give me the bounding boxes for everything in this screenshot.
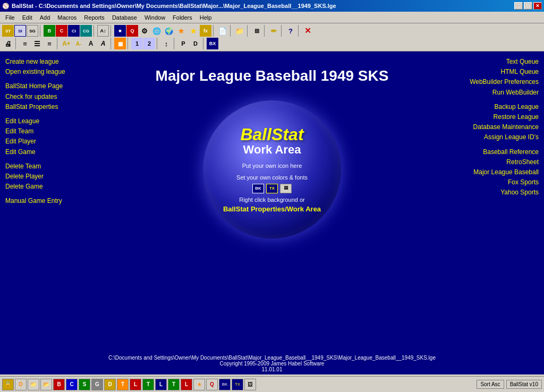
- status-icon-t3[interactable]: T: [168, 379, 180, 390]
- backup-league[interactable]: Backup League: [470, 102, 539, 112]
- html-queue[interactable]: HTML Queue: [470, 67, 539, 77]
- tb-star-yellow[interactable]: ★: [188, 25, 199, 37]
- delete-player[interactable]: Delete Player: [5, 172, 65, 182]
- tb-az[interactable]: A↕: [97, 25, 109, 37]
- status-icon-d[interactable]: D: [104, 379, 116, 390]
- tb-doc[interactable]: 📄: [217, 25, 228, 37]
- status-icon-b[interactable]: B: [53, 379, 65, 390]
- tb-table[interactable]: ▦: [114, 38, 126, 49]
- ballstat-props-link[interactable]: BallStat Properties/Work Area: [223, 205, 321, 213]
- tb-web[interactable]: 🌐: [151, 25, 163, 37]
- tb-st[interactable]: ST: [2, 25, 14, 37]
- status-icon-l1[interactable]: L: [130, 379, 141, 390]
- tb-blue-sq[interactable]: ■: [114, 25, 126, 37]
- check-for-updates[interactable]: Check for updates: [5, 92, 65, 102]
- ballstat-home-page[interactable]: BallStat Home Page: [5, 81, 65, 91]
- tb-si[interactable]: SI: [14, 25, 26, 37]
- open-existing-league[interactable]: Open existing league: [5, 67, 65, 77]
- status-icon-c[interactable]: C: [66, 379, 78, 390]
- retrosheet[interactable]: RetroSheet: [470, 157, 539, 167]
- status-icon-s[interactable]: S: [79, 379, 90, 390]
- minimize-button[interactable]: _: [514, 2, 523, 10]
- create-new-league[interactable]: Create new league: [5, 57, 65, 67]
- icon-image[interactable]: 🖼: [280, 184, 292, 193]
- tb-folder[interactable]: 📁: [234, 25, 245, 37]
- menu-file[interactable]: File: [2, 13, 18, 22]
- yahoo-sports[interactable]: Yahoo Sports: [470, 188, 539, 198]
- menu-folders[interactable]: Folders: [169, 13, 196, 22]
- tb-print[interactable]: 🖨: [2, 38, 14, 49]
- menu-window[interactable]: Window: [141, 13, 168, 22]
- icon-tx[interactable]: TX: [266, 184, 278, 193]
- work-area-circle[interactable]: BallStat Work Area Put your own icon her…: [203, 100, 341, 238]
- status-icon-lock[interactable]: 🔒: [2, 379, 14, 390]
- tb-globe[interactable]: 🌍: [163, 25, 175, 37]
- tb-red-c[interactable]: C: [56, 25, 67, 37]
- tb-align-right[interactable]: ≡: [44, 38, 55, 49]
- text-queue[interactable]: Text Queue: [470, 57, 539, 67]
- ballstat-properties[interactable]: BallStat Properties: [5, 102, 65, 112]
- status-icon-l2[interactable]: L: [155, 379, 167, 390]
- tb-2[interactable]: 2: [143, 38, 155, 49]
- baseball-reference[interactable]: Baseball Reference: [470, 147, 539, 157]
- status-icon-o[interactable]: O: [15, 379, 27, 390]
- menu-help[interactable]: Help: [197, 13, 215, 22]
- tb-fx[interactable]: fx: [200, 25, 211, 37]
- icon-bk[interactable]: BK: [252, 184, 264, 193]
- edit-game[interactable]: Edit Game: [5, 147, 65, 157]
- tb-teal-cg[interactable]: CG: [80, 25, 92, 37]
- tb-bx[interactable]: BX: [207, 38, 218, 49]
- manual-game-entry[interactable]: Manual Game Entry: [5, 196, 65, 206]
- status-icon-bk[interactable]: BK: [219, 379, 231, 390]
- status-icon-g[interactable]: G: [91, 379, 103, 390]
- edit-team[interactable]: Edit Team: [5, 126, 65, 137]
- status-icon-img[interactable]: 🖼: [244, 379, 256, 390]
- assign-league-ids[interactable]: Assign League ID's: [470, 132, 539, 142]
- tb-red-q[interactable]: Q: [126, 25, 138, 37]
- delete-team[interactable]: Delete Team: [5, 161, 65, 172]
- tb-font-med[interactable]: A-: [73, 38, 84, 49]
- edit-player[interactable]: Edit Player: [5, 137, 65, 147]
- tb-font-b[interactable]: A: [85, 38, 97, 49]
- status-icon-star[interactable]: ★: [193, 379, 205, 390]
- tb-align-center[interactable]: ☰: [31, 38, 43, 49]
- tb-font-i[interactable]: A: [97, 38, 109, 49]
- tb-star-orange[interactable]: ★: [175, 25, 187, 37]
- menu-add[interactable]: Add: [37, 13, 54, 22]
- status-icon-folder2[interactable]: 📂: [40, 379, 52, 390]
- status-icon-folder[interactable]: 📁: [28, 379, 39, 390]
- menu-reports[interactable]: Reports: [81, 13, 108, 22]
- tb-green-b[interactable]: B: [44, 25, 55, 37]
- maximize-button[interactable]: □: [524, 2, 532, 10]
- tb-close-red[interactable]: ✕: [302, 25, 313, 37]
- tb-doc2[interactable]: D: [190, 38, 201, 49]
- tb-pencil[interactable]: ✏: [268, 25, 279, 37]
- tb-blue-ci[interactable]: CI: [68, 25, 80, 37]
- tb-sg[interactable]: SG: [27, 25, 38, 37]
- tb-align-left[interactable]: ≡: [19, 38, 31, 49]
- tb-gear[interactable]: ⚙: [139, 25, 150, 37]
- tb-1[interactable]: 1: [131, 38, 143, 49]
- status-icon-q[interactable]: Q: [206, 379, 218, 390]
- fox-sports[interactable]: Fox Sports: [470, 177, 539, 188]
- tb-grid[interactable]: ⊞: [251, 25, 262, 37]
- tb-pg[interactable]: P: [177, 38, 189, 49]
- menu-macros[interactable]: Macros: [54, 13, 80, 22]
- tb-font-big[interactable]: A+: [61, 38, 72, 49]
- major-league-baseball[interactable]: Major League Baseball: [470, 167, 539, 177]
- webbuilder-preferences[interactable]: WebBuilder Preferences: [470, 77, 539, 87]
- restore-league[interactable]: Restore League: [470, 112, 539, 122]
- edit-league[interactable]: Edit League: [5, 116, 65, 126]
- status-icon-t[interactable]: T: [117, 379, 129, 390]
- tb-arrow[interactable]: ↕: [160, 38, 172, 49]
- menu-database[interactable]: Database: [109, 13, 140, 22]
- tb-help[interactable]: ?: [285, 25, 296, 37]
- menu-edit[interactable]: Edit: [19, 13, 36, 22]
- status-icon-l3[interactable]: L: [181, 379, 192, 390]
- database-maintenance[interactable]: Database Maintenance: [470, 122, 539, 132]
- run-webbuilder[interactable]: Run WebBuilder: [470, 88, 539, 98]
- status-icon-tx[interactable]: TX: [232, 379, 243, 390]
- status-icon-t2[interactable]: T: [142, 379, 154, 390]
- close-button[interactable]: ✕: [533, 2, 542, 10]
- delete-game[interactable]: Delete Game: [5, 182, 65, 192]
